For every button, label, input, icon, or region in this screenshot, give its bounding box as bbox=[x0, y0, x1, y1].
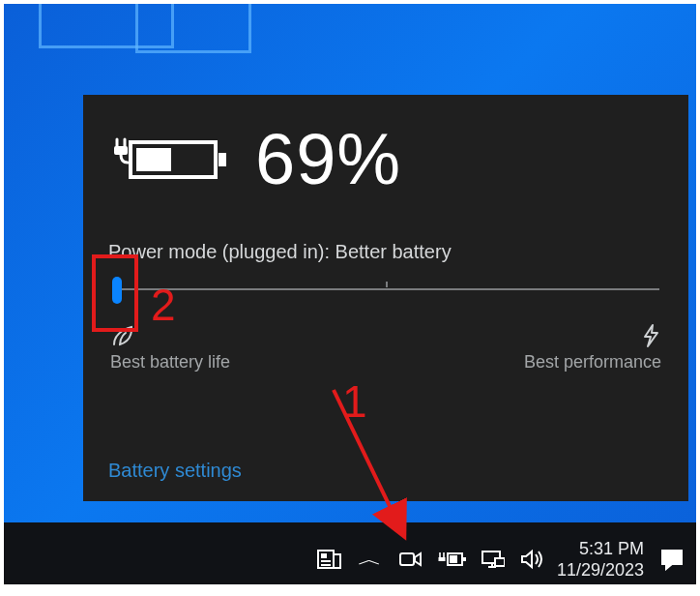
taskbar-clock[interactable]: 5:31 PM 11/29/2023 bbox=[557, 538, 644, 581]
svg-rect-10 bbox=[438, 557, 445, 561]
battery-status-icon bbox=[108, 135, 228, 184]
slider-left-endcap: Best battery life bbox=[110, 323, 230, 372]
svg-rect-17 bbox=[495, 558, 505, 566]
svg-rect-13 bbox=[450, 555, 457, 563]
chevron-up-icon: ︿ bbox=[358, 548, 382, 571]
svg-rect-3 bbox=[136, 148, 171, 171]
svg-rect-2 bbox=[219, 153, 226, 166]
slider-thumb[interactable] bbox=[112, 277, 122, 304]
svg-rect-9 bbox=[400, 553, 414, 565]
battery-flyout: 69% Power mode (plugged in): Better batt… bbox=[83, 95, 688, 501]
slider-track bbox=[112, 288, 659, 290]
power-mode-label: Power mode (plugged in): Better battery bbox=[108, 241, 663, 263]
slider-tick bbox=[386, 282, 388, 287]
battery-level-icon bbox=[128, 135, 228, 184]
svg-rect-8 bbox=[334, 554, 340, 568]
taskbar-date: 11/29/2023 bbox=[557, 559, 644, 581]
power-mode-slider[interactable] bbox=[112, 279, 659, 327]
slider-right-label: Best performance bbox=[524, 352, 661, 372]
slider-right-endcap: Best performance bbox=[524, 323, 661, 372]
slider-left-label: Best battery life bbox=[110, 352, 230, 372]
battery-settings-link[interactable]: Battery settings bbox=[108, 460, 242, 482]
battery-percentage: 69% bbox=[255, 118, 401, 200]
taskbar-time: 5:31 PM bbox=[557, 538, 644, 560]
svg-rect-5 bbox=[321, 553, 327, 558]
svg-rect-12 bbox=[463, 557, 466, 561]
plug-icon bbox=[108, 137, 133, 166]
